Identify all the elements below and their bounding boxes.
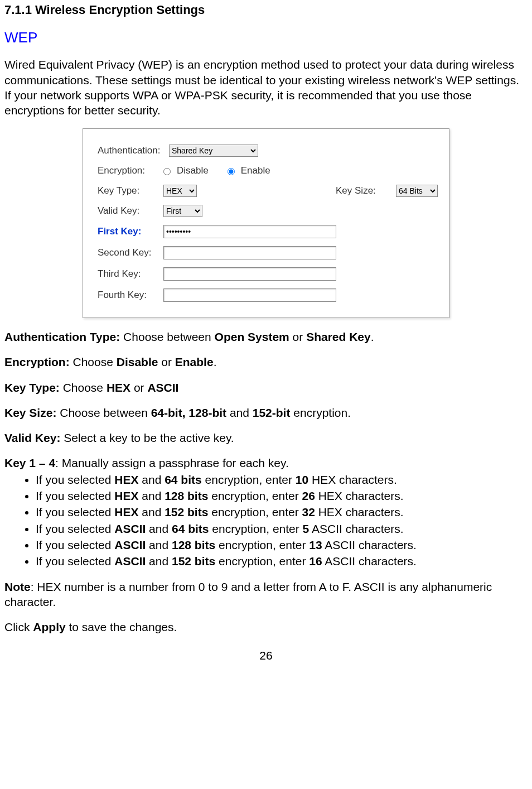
encryption-disable-label: Disable [177, 165, 209, 177]
key-size-select[interactable]: 64 Bits [396, 185, 438, 197]
authentication-select[interactable]: Shared Key [169, 145, 258, 157]
encryption-label: Encryption: [98, 165, 159, 177]
encryption-enable-radio[interactable] [228, 168, 235, 175]
second-key-input[interactable] [163, 246, 336, 259]
key-1-4-desc: Key 1 – 4: Manually assign a passphrase … [4, 455, 528, 470]
wep-settings-panel: Authentication: Shared Key Encryption: D… [83, 128, 449, 318]
authentication-type-desc: Authentication Type: Choose between Open… [4, 329, 528, 344]
valid-key-select[interactable]: First [163, 205, 202, 217]
page-number: 26 [4, 648, 528, 663]
list-item: If you selected HEX and 152 bits encrypt… [36, 504, 528, 519]
second-key-label: Second Key: [98, 247, 159, 259]
key-type-select[interactable]: HEX [163, 185, 197, 197]
wep-heading: WEP [4, 28, 528, 47]
fourth-key-label: Fourth Key: [98, 289, 159, 301]
valid-key-label: Valid Key: [98, 205, 159, 217]
first-key-label: First Key: [98, 225, 159, 238]
list-item: If you selected ASCII and 64 bits encryp… [36, 521, 528, 536]
key-type-label: Key Type: [98, 185, 159, 197]
key-rules-list: If you selected HEX and 64 bits encrypti… [4, 472, 528, 569]
third-key-label: Third Key: [98, 268, 159, 280]
key-size-desc: Key Size: Choose between 64-bit, 128-bit… [4, 405, 528, 420]
key-type-desc: Key Type: Choose HEX or ASCII [4, 380, 528, 395]
section-heading: 7.1.1 Wireless Encryption Settings [4, 2, 528, 18]
note-paragraph: Note: HEX number is a number from 0 to 9… [4, 579, 528, 610]
list-item: If you selected HEX and 64 bits encrypti… [36, 472, 528, 487]
encryption-enable-label: Enable [241, 165, 270, 177]
first-key-input[interactable] [163, 225, 336, 238]
key-size-label: Key Size: [336, 185, 391, 197]
third-key-input[interactable] [163, 267, 336, 281]
list-item: If you selected HEX and 128 bits encrypt… [36, 488, 528, 503]
apply-paragraph: Click Apply to save the changes. [4, 619, 528, 634]
fourth-key-input[interactable] [163, 288, 336, 302]
valid-key-desc: Valid Key: Select a key to be the active… [4, 430, 528, 445]
list-item: If you selected ASCII and 152 bits encry… [36, 554, 528, 569]
list-item: If you selected ASCII and 128 bits encry… [36, 537, 528, 552]
encryption-disable-radio[interactable] [163, 168, 171, 175]
encryption-desc: Encryption: Choose Disable or Enable. [4, 354, 528, 369]
intro-paragraph: Wired Equivalent Privacy (WEP) is an enc… [4, 57, 528, 118]
authentication-label: Authentication: [98, 145, 165, 157]
